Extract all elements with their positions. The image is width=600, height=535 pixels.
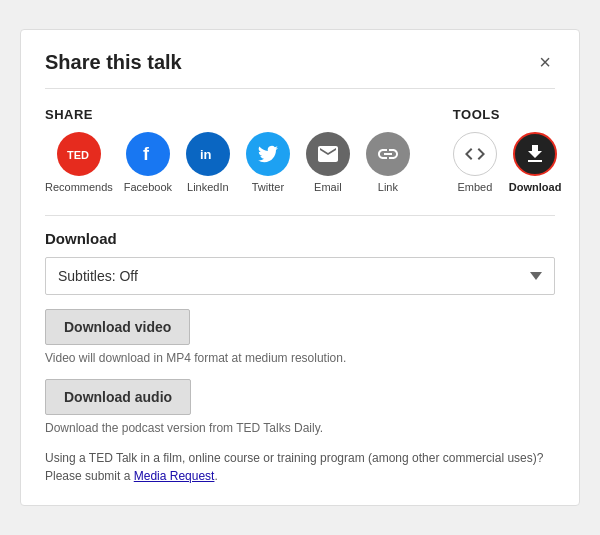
share-item-email-label: Email (314, 181, 342, 193)
share-item-link-label: Link (378, 181, 398, 193)
facebook-icon: f (126, 132, 170, 176)
share-item-twitter-label: Twitter (252, 181, 284, 193)
tools-section-label: Tools (453, 107, 562, 122)
share-section: Share TED Recommends f (45, 107, 413, 193)
media-request-link[interactable]: Media Request (134, 469, 215, 483)
share-section-label: Share (45, 107, 413, 122)
modal-header: Share this talk × (45, 50, 555, 89)
tool-item-embed-label: Embed (457, 181, 492, 193)
svg-text:TED: TED (67, 149, 89, 161)
tools-section: Tools Embed (453, 107, 562, 193)
close-button[interactable]: × (535, 50, 555, 74)
svg-text:f: f (143, 144, 150, 164)
download-audio-button[interactable]: Download audio (45, 379, 191, 415)
embed-icon (453, 132, 497, 176)
ted-icon: TED (57, 132, 101, 176)
share-item-twitter[interactable]: Twitter (243, 132, 293, 193)
email-icon (306, 132, 350, 176)
download-audio-description: Download the podcast version from TED Ta… (45, 421, 555, 435)
share-icons: TED Recommends f Facebook (45, 132, 413, 193)
download-video-description: Video will download in MP4 format at med… (45, 351, 555, 365)
share-modal: Share this talk × Share TED Recommends (20, 29, 580, 506)
svg-text:in: in (200, 147, 212, 162)
tools-icons: Embed Download (453, 132, 562, 193)
share-item-facebook-label: Facebook (124, 181, 172, 193)
media-request-text: Using a TED Talk in a film, online cours… (45, 449, 555, 485)
share-item-linkedin-label: LinkedIn (187, 181, 229, 193)
link-icon (366, 132, 410, 176)
linkedin-icon: in (186, 132, 230, 176)
tool-item-embed[interactable]: Embed (453, 132, 497, 193)
download-section: Download Subtitles: Off Download video V… (45, 230, 555, 485)
modal-title: Share this talk (45, 51, 182, 74)
download-tool-icon (513, 132, 557, 176)
share-item-recommends-label: Recommends (45, 181, 113, 193)
share-tools-row: Share TED Recommends f (45, 107, 555, 193)
share-item-recommends[interactable]: TED Recommends (45, 132, 113, 193)
share-item-facebook[interactable]: f Facebook (123, 132, 173, 193)
download-section-label: Download (45, 230, 555, 247)
download-video-button[interactable]: Download video (45, 309, 190, 345)
section-divider (45, 215, 555, 216)
share-item-link[interactable]: Link (363, 132, 413, 193)
subtitle-select[interactable]: Subtitles: Off (45, 257, 555, 295)
tool-item-download[interactable]: Download (509, 132, 562, 193)
twitter-icon (246, 132, 290, 176)
tool-item-download-label: Download (509, 181, 562, 193)
share-item-linkedin[interactable]: in LinkedIn (183, 132, 233, 193)
share-item-email[interactable]: Email (303, 132, 353, 193)
